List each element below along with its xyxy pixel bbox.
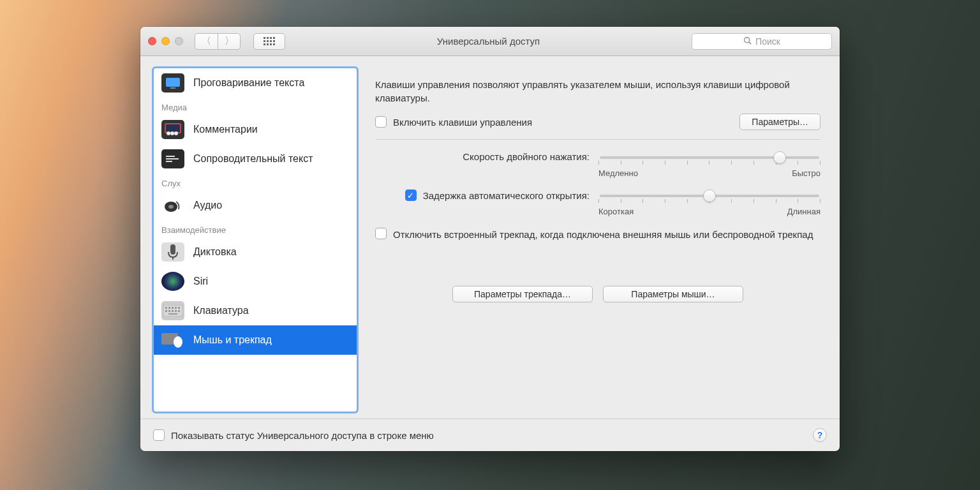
content: Проговаривание текста Медиа Комментарии …: [140, 56, 840, 419]
show-status-checkbox[interactable]: [153, 429, 165, 441]
description-text: Клавиши управления позволяют управлять у…: [375, 78, 820, 105]
sidebar-item-speech[interactable]: Проговаривание текста: [154, 68, 357, 98]
captions-icon: [161, 149, 184, 168]
enable-mouse-keys-label: Включить клавиши управления: [393, 117, 532, 128]
svg-point-6: [167, 131, 170, 135]
trackpad-options-button[interactable]: Параметры трекпада…: [452, 286, 593, 302]
slider-knob[interactable]: [703, 189, 716, 202]
double-click-speed-label: Скорость двойного нажатия:: [463, 151, 590, 162]
sidebar-item-label: Сопроводительный текст: [193, 153, 313, 165]
slider-knob[interactable]: [773, 151, 786, 164]
svg-rect-20: [172, 307, 174, 309]
sidebar-item-label: Аудио: [193, 200, 222, 211]
spring-loading-slider[interactable]: [600, 195, 819, 197]
svg-rect-5: [166, 124, 180, 132]
sidebar-item-label: Siri: [193, 276, 208, 287]
sidebar-item-siri[interactable]: Siri: [154, 267, 357, 296]
spring-loading-row: ✓ Задержка автоматического открытия: Кор…: [375, 189, 820, 216]
sidebar-item-label: Мышь и трекпад: [193, 334, 272, 346]
sidebar-item-mouse-trackpad[interactable]: Мышь и трекпад: [154, 325, 357, 355]
svg-rect-25: [172, 310, 174, 312]
sidebar-section-media: Медиа: [154, 98, 357, 115]
chevron-right-icon: 〉: [225, 35, 234, 47]
grid-icon: [264, 37, 275, 45]
main-panel: Клавиши управления позволяют управлять у…: [369, 68, 827, 412]
sidebar-item-label: Диктовка: [193, 246, 237, 258]
mouse-trackpad-icon: [161, 330, 184, 350]
svg-rect-26: [175, 310, 177, 312]
spring-min-label: Короткая: [598, 207, 634, 216]
sidebar-item-label: Клавиатура: [193, 305, 249, 316]
sidebar-item-dictation[interactable]: Диктовка: [154, 237, 357, 267]
svg-point-8: [174, 131, 178, 135]
ignore-trackpad-checkbox[interactable]: [375, 228, 387, 239]
svg-rect-24: [168, 310, 170, 312]
search-input[interactable]: Поиск: [692, 33, 832, 50]
back-button[interactable]: 〈: [195, 33, 218, 50]
zoom-window-button: [175, 37, 183, 45]
double-click-speed-row: Скорость двойного нажатия: Медленно Быст…: [375, 151, 820, 178]
search-icon: [743, 36, 752, 47]
search-placeholder: Поиск: [755, 36, 780, 47]
svg-rect-19: [168, 307, 170, 309]
svg-rect-12: [166, 161, 172, 162]
sidebar-item-keyboard[interactable]: Клавиатура: [154, 296, 357, 325]
descriptions-icon: [161, 120, 184, 139]
nav-buttons: 〈 〉: [195, 33, 241, 50]
svg-point-7: [170, 131, 174, 135]
svg-point-0: [745, 37, 750, 42]
footer: Показывать статус Универсального доступа…: [140, 419, 840, 451]
svg-point-14: [168, 205, 174, 209]
double-click-min-label: Медленно: [598, 168, 638, 178]
double-click-max-label: Быстро: [792, 168, 820, 178]
sidebar-section-interaction: Взаимодействие: [154, 220, 357, 237]
svg-rect-28: [168, 313, 177, 315]
double-click-speed-slider[interactable]: [600, 156, 819, 159]
sidebar-item-audio[interactable]: Аудио: [154, 191, 357, 220]
show-all-button[interactable]: [253, 33, 285, 50]
forward-button[interactable]: 〉: [218, 33, 241, 50]
svg-rect-21: [175, 307, 177, 309]
svg-rect-15: [170, 244, 175, 255]
svg-rect-23: [165, 310, 167, 312]
siri-icon: [161, 272, 184, 291]
traffic-lights: [148, 37, 183, 45]
keyboard-icon: [161, 301, 184, 320]
svg-point-30: [174, 336, 182, 348]
svg-rect-27: [178, 310, 180, 312]
divider: [375, 139, 820, 140]
svg-line-1: [749, 41, 751, 43]
minimize-window-button[interactable]: [161, 37, 170, 45]
enable-mouse-keys-checkbox[interactable]: [375, 116, 387, 128]
preferences-window: 〈 〉 Универсальный доступ Поиск Проговари…: [140, 27, 840, 451]
spring-loading-label: Задержка автоматического открытия:: [423, 190, 590, 201]
svg-rect-10: [166, 156, 175, 157]
svg-rect-2: [166, 78, 180, 87]
spring-loading-checkbox[interactable]: ✓: [405, 189, 417, 201]
close-window-button[interactable]: [148, 37, 156, 45]
help-button[interactable]: ?: [813, 428, 827, 442]
chevron-left-icon: 〈: [202, 35, 211, 47]
audio-icon: [161, 196, 184, 215]
window-title: Универсальный доступ: [292, 36, 685, 47]
svg-rect-11: [166, 158, 179, 160]
sidebar-section-hearing: Слух: [154, 174, 357, 191]
mouse-keys-options-button[interactable]: Параметры…: [739, 114, 820, 130]
dictation-icon: [161, 242, 184, 262]
sidebar-item-label: Комментарии: [193, 124, 258, 135]
svg-rect-18: [165, 307, 167, 309]
show-status-label: Показывать статус Универсального доступа…: [171, 430, 434, 441]
sidebar-item-descriptions[interactable]: Комментарии: [154, 115, 357, 144]
sidebar-item-label: Проговаривание текста: [193, 77, 304, 89]
sidebar: Проговаривание текста Медиа Комментарии …: [153, 68, 357, 412]
ignore-trackpad-label: Отключить встроенный трекпад, когда подк…: [393, 228, 813, 241]
svg-rect-22: [178, 307, 180, 309]
spring-max-label: Длинная: [787, 207, 820, 216]
svg-rect-3: [170, 87, 175, 89]
speech-icon: [161, 73, 184, 93]
titlebar: 〈 〉 Универсальный доступ Поиск: [140, 27, 840, 56]
sidebar-item-captions[interactable]: Сопроводительный текст: [154, 144, 357, 174]
mouse-options-button[interactable]: Параметры мыши…: [603, 286, 743, 302]
